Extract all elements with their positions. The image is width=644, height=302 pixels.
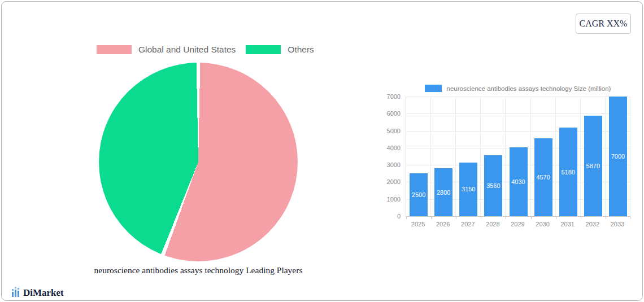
axis-tick — [556, 217, 556, 219]
y-axis-label: 1000 — [375, 196, 401, 203]
brand-logo: DiMarket — [12, 287, 64, 297]
axis-tick — [456, 217, 456, 219]
axis-tick — [481, 217, 481, 219]
brand-bars-icon — [12, 287, 20, 297]
legend-label-global-us: Global and United States — [138, 45, 236, 55]
gridline-v — [480, 97, 481, 216]
cagr-badge: CAGR XX% — [576, 14, 631, 34]
bar-value-label: 2500 — [412, 191, 425, 198]
bar-2027: 3150 — [459, 163, 477, 216]
pie-chart — [99, 63, 298, 261]
bar-2026: 2800 — [434, 168, 452, 216]
bar-value-label: 4030 — [511, 178, 525, 185]
x-axis-label: 2025 — [406, 221, 430, 227]
y-axis-label: 7000 — [375, 93, 401, 100]
x-axis-label: 2031 — [555, 221, 580, 227]
bar-value-label: 2800 — [437, 189, 450, 196]
bar-value-label: 3560 — [486, 182, 500, 189]
bar-2033: 7000 — [609, 97, 627, 216]
bar-2028: 3560 — [484, 155, 502, 216]
bar-2030: 4570 — [534, 138, 552, 216]
gridline-h — [406, 97, 630, 97]
y-axis-label: 4000 — [375, 145, 401, 151]
y-axis-label: 6000 — [375, 110, 401, 117]
bar-value-label: 3150 — [462, 186, 475, 192]
axis-tick — [531, 217, 532, 219]
axis-tick — [506, 217, 506, 219]
report-card: CAGR XX% Global and United States Others… — [1, 1, 643, 301]
bar-value-label: 7000 — [611, 153, 625, 160]
x-axis-label: 2030 — [530, 221, 555, 227]
axis-tick — [606, 217, 606, 219]
gridline-h — [406, 113, 630, 114]
gridline-v — [555, 97, 556, 216]
legend-item-others: Others — [246, 45, 314, 55]
legend-item-global-us: Global and United States — [97, 45, 236, 55]
x-axis-label: 2033 — [605, 221, 630, 227]
bar-2029: 4030 — [510, 147, 528, 216]
gridline-v — [530, 97, 531, 216]
bar-plot: 250028003150356040304570518058707000 — [406, 97, 630, 217]
x-axis-label: 2032 — [580, 221, 605, 227]
axis-tick — [406, 217, 407, 219]
gridline-v — [430, 97, 431, 216]
bar-value-label: 5870 — [586, 163, 600, 169]
axis-tick — [581, 217, 581, 219]
gridline-v — [580, 97, 581, 216]
x-axis-label: 2029 — [505, 221, 530, 227]
brand-name: DiMarket — [23, 288, 64, 297]
bar-legend: neuroscience antibodies assays technolog… — [406, 85, 630, 92]
y-axis-label: 0 — [375, 213, 401, 220]
y-axis-label: 2000 — [375, 178, 401, 185]
bar-value-label: 5180 — [561, 169, 575, 176]
bar-2031: 5180 — [559, 128, 577, 216]
legend-swatch-global-us — [97, 45, 132, 54]
gridline-v — [630, 97, 630, 216]
gridline-v — [455, 97, 456, 216]
axis-tick — [431, 217, 432, 219]
bar-2025: 2500 — [410, 173, 428, 216]
bar-2032: 5870 — [584, 116, 602, 216]
bar-legend-label: neuroscience antibodies assays technolog… — [447, 85, 611, 92]
pie-legend: Global and United States Others — [97, 45, 314, 55]
legend-swatch-others — [246, 45, 281, 54]
legend-label-others: Others — [288, 45, 314, 55]
bar-legend-swatch — [425, 85, 442, 92]
bar-value-label: 4570 — [536, 174, 550, 181]
x-axis-label: 2028 — [480, 221, 505, 227]
gridline-v — [605, 97, 606, 216]
x-axis-label: 2026 — [430, 221, 455, 227]
bar-chart: neuroscience antibodies assays technolog… — [375, 84, 640, 236]
pie-caption: neuroscience antibodies assays technolog… — [29, 265, 368, 275]
y-axis-label: 5000 — [375, 128, 401, 134]
axis-tick — [630, 217, 630, 219]
y-axis-label: 3000 — [375, 161, 401, 168]
gridline-v — [505, 97, 506, 216]
x-axis-label: 2027 — [455, 221, 480, 227]
